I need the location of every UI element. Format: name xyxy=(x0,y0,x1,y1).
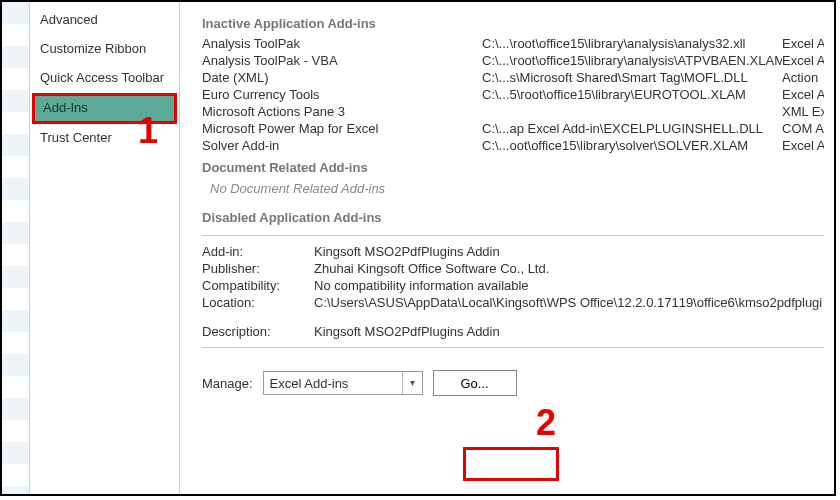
manage-select-value: Excel Add-ins xyxy=(264,376,402,391)
table-row[interactable]: Microsoft Power Map for Excel C:\...ap E… xyxy=(202,120,824,137)
table-row[interactable]: Euro Currency Tools C:\...5\root\office1… xyxy=(202,86,824,103)
divider xyxy=(202,347,824,348)
detail-label-description: Description: xyxy=(202,324,314,339)
inactive-addins-heading: Inactive Application Add-ins xyxy=(202,16,824,31)
addin-name: Date (XML) xyxy=(202,69,482,86)
manage-select[interactable]: Excel Add-ins ▾ xyxy=(263,371,423,395)
addin-name: Microsoft Actions Pane 3 xyxy=(202,103,482,120)
addin-location: C:\...ap Excel Add-in\EXCELPLUGINSHELL.D… xyxy=(482,120,782,137)
addin-name: Euro Currency Tools xyxy=(202,86,482,103)
addins-panel: Inactive Application Add-ins Analysis To… xyxy=(180,2,834,494)
detail-value-location: C:\Users\ASUS\AppData\Local\Kingsoft\WPS… xyxy=(314,295,824,310)
document-addins-empty: No Document Related Add-ins xyxy=(210,181,824,196)
sidebar-item-trust-center[interactable]: Trust Center xyxy=(30,124,179,153)
addin-name: Analysis ToolPak xyxy=(202,35,482,52)
addin-type: Excel Add xyxy=(782,35,824,52)
sidebar-item-customize-ribbon[interactable]: Customize Ribbon xyxy=(30,35,179,64)
addin-location: C:\...oot\office15\library\solver\SOLVER… xyxy=(482,137,782,154)
spreadsheet-background-strip xyxy=(2,2,30,494)
detail-label-location: Location: xyxy=(202,295,314,310)
detail-label-addin: Add-in: xyxy=(202,244,314,259)
table-row[interactable]: Date (XML) C:\...s\Microsoft Shared\Smar… xyxy=(202,69,824,86)
chevron-down-icon: ▾ xyxy=(402,372,422,394)
addin-type: COM Ad xyxy=(782,120,824,137)
go-button[interactable]: Go... xyxy=(433,370,517,396)
addin-location: C:\...5\root\office15\library\EUROTOOL.X… xyxy=(482,86,782,103)
disabled-addins-heading: Disabled Application Add-ins xyxy=(202,210,824,225)
addin-name: Solver Add-in xyxy=(202,137,482,154)
addin-type: Excel Add xyxy=(782,52,824,69)
manage-bar: Manage: Excel Add-ins ▾ Go... xyxy=(202,370,824,404)
inactive-addins-table: Analysis ToolPak C:\...\root\office15\li… xyxy=(202,35,824,154)
addin-location: C:\...s\Microsoft Shared\Smart Tag\MOFL.… xyxy=(482,69,782,86)
table-row[interactable]: Microsoft Actions Pane 3 XML Exp xyxy=(202,103,824,120)
table-row[interactable]: Analysis ToolPak C:\...\root\office15\li… xyxy=(202,35,824,52)
addin-type: XML Exp xyxy=(782,103,824,120)
detail-label-publisher: Publisher: xyxy=(202,261,314,276)
detail-value-description: Kingsoft MSO2PdfPlugins Addin xyxy=(314,324,824,339)
addin-location: C:\...\root\office15\library\analysis\an… xyxy=(482,35,782,52)
addin-name: Analysis ToolPak - VBA xyxy=(202,52,482,69)
sidebar-item-add-ins[interactable]: Add-Ins xyxy=(32,93,177,124)
sidebar-item-quick-access-toolbar[interactable]: Quick Access Toolbar xyxy=(30,64,179,93)
table-row[interactable]: Solver Add-in C:\...oot\office15\library… xyxy=(202,137,824,154)
detail-value-publisher: Zhuhai Kingsoft Office Software Co., Ltd… xyxy=(314,261,824,276)
document-addins-heading: Document Related Add-ins xyxy=(202,160,824,175)
addin-location xyxy=(482,103,782,120)
detail-value-addin: Kingsoft MSO2PdfPlugins Addin xyxy=(314,244,824,259)
divider xyxy=(202,235,824,236)
manage-label: Manage: xyxy=(202,376,253,391)
addin-type: Action xyxy=(782,69,824,86)
table-row[interactable]: Analysis ToolPak - VBA C:\...\root\offic… xyxy=(202,52,824,69)
addin-location: C:\...\root\office15\library\analysis\AT… xyxy=(482,52,782,69)
addin-name: Microsoft Power Map for Excel xyxy=(202,120,482,137)
addin-type: Excel Add xyxy=(782,86,824,103)
addin-type: Excel Add xyxy=(782,137,824,154)
options-sidebar: Advanced Customize Ribbon Quick Access T… xyxy=(30,2,180,494)
annotation-highlight-go xyxy=(463,447,559,481)
detail-label-compatibility: Compatibility: xyxy=(202,278,314,293)
detail-value-compatibility: No compatibility information available xyxy=(314,278,824,293)
sidebar-item-advanced[interactable]: Advanced xyxy=(30,6,179,35)
